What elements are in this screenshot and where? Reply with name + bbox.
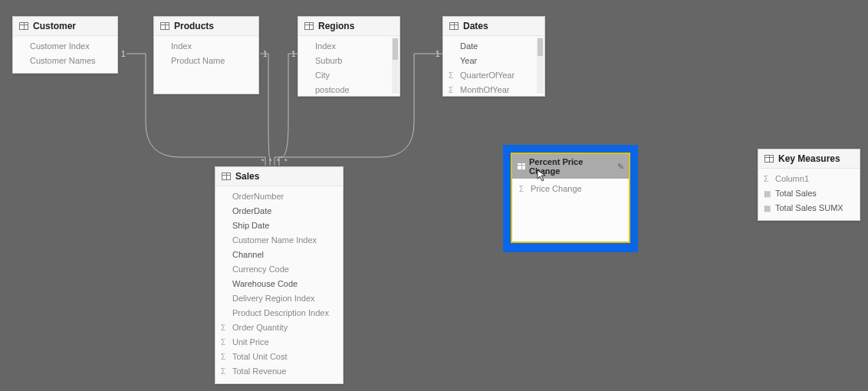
table-column[interactable]: Warehouse Code (217, 277, 341, 291)
table-customer[interactable]: Customer Customer Index Customer Names (12, 16, 118, 74)
table-percent-price-change[interactable]: Percent Price Change ✎ ΣPrice Change (511, 153, 630, 243)
scrollbar[interactable] (537, 38, 544, 94)
model-canvas[interactable]: 1 1 1 1 * * * * Customer Customer Index … (0, 0, 868, 391)
table-icon (764, 155, 774, 163)
table-header[interactable]: Products (154, 17, 258, 36)
svg-text:* * * *: * * * * (261, 157, 289, 165)
table-body: Index Product Name (154, 36, 258, 73)
table-column[interactable]: OrderDate (217, 204, 341, 219)
table-title: Key Measures (778, 153, 840, 164)
table-column[interactable]: ▦Total Sales SUMX (760, 201, 858, 215)
relationship-lines: 1 1 1 1 * * * * (0, 0, 868, 391)
table-column[interactable]: ΣColumn1 (760, 172, 858, 186)
table-column[interactable]: ΣQuarterOfYear (445, 68, 543, 83)
table-icon (160, 22, 169, 30)
table-icon (222, 172, 231, 180)
table-column[interactable]: Currency Code (217, 262, 341, 277)
table-column[interactable]: Index (156, 39, 257, 54)
table-column[interactable]: ΣTotal Unit Cost (217, 350, 341, 364)
sigma-icon: Σ (221, 351, 225, 363)
table-title: Dates (463, 21, 488, 31)
table-icon (304, 22, 314, 30)
table-column[interactable]: ΣPrice Change (515, 182, 626, 196)
table-header[interactable]: Regions (298, 17, 399, 36)
table-column[interactable]: Product Name (156, 54, 257, 68)
calculator-icon: ▦ (764, 188, 771, 199)
table-column[interactable]: City (300, 68, 398, 83)
table-body: Date Year ΣQuarterOfYear ΣMonthOfYear Mo… (443, 36, 544, 95)
scroll-thumb[interactable] (393, 38, 398, 60)
table-title: Sales (235, 171, 259, 182)
table-title: Customer (33, 21, 76, 31)
table-body: Customer Index Customer Names (13, 36, 117, 73)
sigma-icon: Σ (519, 183, 524, 195)
sigma-icon: Σ (764, 173, 768, 185)
table-column[interactable]: postcode (300, 83, 398, 95)
table-header[interactable]: Customer (13, 17, 117, 36)
table-products[interactable]: Products Index Product Name (153, 16, 259, 94)
table-column[interactable]: Suburb (300, 54, 398, 68)
table-column[interactable]: Date (445, 39, 543, 54)
table-column[interactable]: Customer Index (15, 39, 116, 54)
svg-text:1: 1 (263, 50, 268, 58)
sigma-icon: Σ (221, 337, 225, 348)
table-dates[interactable]: Dates Date Year ΣQuarterOfYear ΣMonthOfY… (442, 16, 545, 97)
table-column[interactable]: Delivery Region Index (217, 291, 341, 306)
edit-icon[interactable]: ✎ (617, 162, 624, 172)
sigma-icon: Σ (221, 322, 225, 334)
table-column[interactable]: ▦Total Sales (760, 186, 858, 201)
table-column[interactable]: ΣTotal Revenue (217, 364, 341, 379)
table-icon (517, 163, 526, 170)
scroll-thumb[interactable] (538, 38, 543, 56)
table-title: Percent Price Change (529, 157, 614, 176)
sigma-icon: Σ (221, 366, 225, 377)
table-header[interactable]: Dates (443, 17, 544, 36)
table-column[interactable]: ΣUnit Price (217, 335, 341, 350)
svg-text:1: 1 (121, 50, 126, 58)
table-column[interactable]: Ship Date (217, 219, 341, 233)
table-column[interactable]: OrderNumber (217, 189, 341, 204)
sigma-icon: Σ (449, 84, 453, 95)
svg-text:1: 1 (436, 50, 440, 58)
table-column[interactable]: Year (445, 54, 543, 68)
table-column[interactable]: ΣOrder Quantity (217, 320, 341, 335)
table-icon (19, 22, 28, 30)
table-title: Products (174, 21, 214, 31)
table-column[interactable]: Channel (217, 248, 341, 262)
table-body: OrderNumber OrderDate Ship Date Customer… (215, 186, 343, 383)
table-header[interactable]: Sales (215, 167, 343, 186)
scrollbar[interactable] (392, 38, 399, 94)
table-body: Index Suburb City postcode Longitude (298, 36, 399, 95)
table-title: Regions (318, 21, 354, 31)
table-column[interactable]: ΣMonthOfYear (445, 83, 543, 95)
table-column[interactable]: Product Description Index (217, 306, 341, 320)
table-column[interactable]: Index (300, 39, 398, 54)
svg-text:1: 1 (291, 50, 296, 58)
table-sales[interactable]: Sales OrderNumber OrderDate Ship Date Cu… (215, 166, 344, 384)
table-icon (449, 22, 459, 30)
sigma-icon: Σ (449, 70, 453, 81)
table-key-measures[interactable]: Key Measures ΣColumn1 ▦Total Sales ▦Tota… (758, 149, 860, 221)
table-column[interactable]: Customer Name Index (217, 233, 341, 248)
calculator-icon: ▦ (764, 202, 771, 214)
table-body: ΣPrice Change (512, 179, 629, 227)
table-column[interactable]: Customer Names (15, 54, 116, 68)
table-header[interactable]: Key Measures (758, 150, 860, 169)
table-header[interactable]: Percent Price Change ✎ (512, 154, 629, 179)
table-body: ΣColumn1 ▦Total Sales ▦Total Sales SUMX (758, 169, 860, 220)
table-regions[interactable]: Regions Index Suburb City postcode Longi… (298, 16, 400, 97)
selection-highlight: Percent Price Change ✎ ΣPrice Change (503, 145, 638, 252)
